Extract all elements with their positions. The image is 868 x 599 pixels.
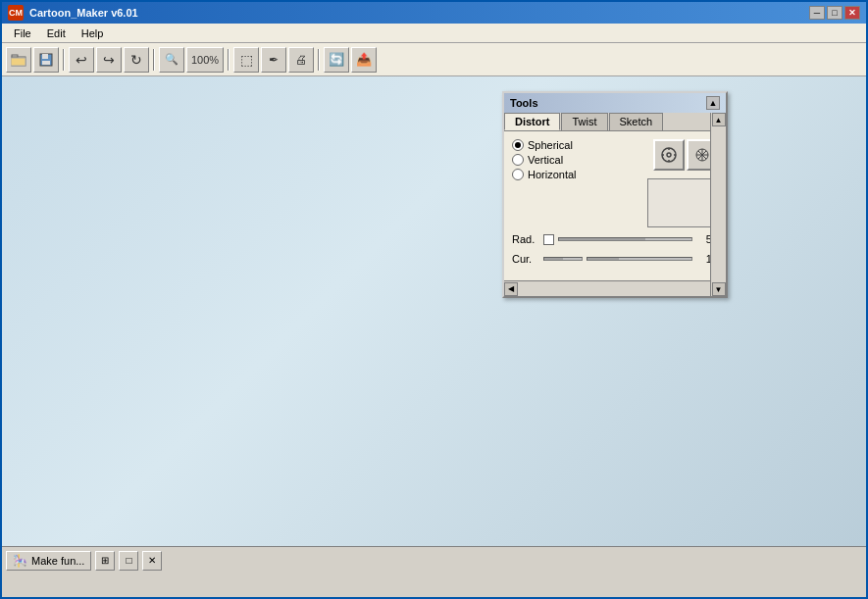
redo-button[interactable]: ↪ (96, 47, 122, 73)
distort-options: Spherical Vertical Horizontal (512, 139, 577, 229)
tools-header: Tools ▲ (504, 93, 726, 113)
status-btn2[interactable]: □ (119, 551, 138, 571)
app-title: Cartoon_Maker v6.01 (29, 7, 809, 19)
vscroll-track[interactable] (712, 126, 726, 282)
tools-vscrollbar: ▲ ▼ (710, 113, 726, 296)
menu-bar: File Edit Help (2, 24, 866, 43)
tab-sketch[interactable]: Sketch (609, 113, 664, 130)
right-controls (585, 139, 718, 233)
tools-scroll-up[interactable]: ▲ (706, 96, 720, 110)
radius-checkbox[interactable] (543, 234, 554, 245)
label-vertical: Vertical (528, 154, 563, 166)
sep2 (153, 49, 155, 71)
hscroll-left[interactable]: ◀ (504, 282, 518, 296)
close-button[interactable]: ✕ (844, 6, 860, 20)
tools-inner: Distort Twist Sketch Spherical (504, 113, 726, 296)
svg-rect-5 (42, 61, 50, 65)
maximize-button[interactable]: □ (827, 6, 842, 20)
radius-row: Rad. 50 (512, 233, 718, 245)
radius-label: Rad. (512, 233, 539, 245)
tab-twist[interactable]: Twist (561, 113, 607, 130)
svg-point-6 (662, 148, 676, 162)
tab-distort[interactable]: Distort (504, 113, 560, 130)
preview-box (647, 178, 718, 227)
radio-spherical[interactable] (512, 139, 524, 151)
curvature-track2[interactable] (587, 257, 692, 261)
make-fun-icon: 🎠 (13, 554, 27, 568)
open-button[interactable] (6, 47, 31, 73)
content-row: Spherical Vertical Horizontal (512, 139, 718, 233)
minimize-button[interactable]: ─ (809, 6, 825, 20)
radio-horizontal[interactable] (512, 169, 524, 180)
radius-fill (559, 238, 645, 240)
status-btn3[interactable]: ✕ (142, 551, 162, 571)
label-spherical: Spherical (528, 139, 573, 151)
radio-vertical[interactable] (512, 154, 524, 166)
toolbar: ↩ ↪ ↻ 🔍 100% ⬚ ✒ 🖨 🔄 📤 (2, 43, 866, 76)
tools-main: Distort Twist Sketch Spherical (504, 113, 726, 296)
menu-file[interactable]: File (6, 25, 39, 41)
vscroll-up[interactable]: ▲ (712, 113, 726, 126)
select-button[interactable]: ⬚ (233, 47, 259, 73)
zoom-level-display[interactable]: 100% (186, 47, 224, 73)
tools-tabs: Distort Twist Sketch (504, 113, 726, 131)
undo-button[interactable]: ↩ (69, 47, 94, 73)
option-vertical[interactable]: Vertical (512, 154, 577, 166)
hscroll-track[interactable] (518, 282, 712, 296)
curvature-track1[interactable] (543, 257, 583, 261)
vscroll-down[interactable]: ▼ (712, 282, 726, 296)
content-area: Tools ▲ Distort Twist Sketch (2, 76, 866, 574)
sep1 (63, 49, 65, 71)
option-spherical[interactable]: Spherical (512, 139, 577, 151)
radius-track[interactable] (558, 237, 692, 241)
export-button[interactable]: 📤 (351, 47, 377, 73)
canvas-area[interactable] (2, 76, 866, 574)
tools-content: Spherical Vertical Horizontal (504, 131, 726, 280)
status-bar: 🎠 Make fun... ⊞ □ ✕ (2, 546, 866, 574)
svg-rect-4 (42, 54, 48, 59)
status-btn1[interactable]: ⊞ (95, 551, 115, 571)
svg-rect-2 (11, 58, 26, 66)
zoom-in-button[interactable]: 🔍 (159, 47, 184, 73)
svg-point-7 (667, 153, 671, 157)
make-fun-button[interactable]: 🎠 Make fun... (6, 551, 91, 571)
title-bar: CM Cartoon_Maker v6.01 ─ □ ✕ (2, 2, 866, 24)
curvature-row: Cur. 15 (512, 253, 718, 265)
menu-help[interactable]: Help (74, 25, 112, 41)
tools-title: Tools (510, 97, 538, 109)
curvature-label: Cur. (512, 253, 539, 265)
option-horizontal[interactable]: Horizontal (512, 169, 577, 180)
sep4 (318, 49, 320, 71)
icon-buttons (653, 139, 718, 171)
tools-hscrollbar: ◀ ▶ (504, 280, 726, 296)
print-button[interactable]: 🖨 (288, 47, 314, 73)
update-button[interactable]: 🔄 (324, 47, 349, 73)
menu-edit[interactable]: Edit (39, 25, 74, 41)
make-fun-label: Make fun... (31, 555, 84, 567)
app-icon: CM (8, 5, 24, 21)
window-controls: ─ □ ✕ (809, 6, 860, 20)
refresh-button[interactable]: ↻ (124, 47, 149, 73)
label-horizontal: Horizontal (528, 169, 577, 180)
pen-button[interactable]: ✒ (261, 47, 286, 73)
tools-panel: Tools ▲ Distort Twist Sketch (502, 91, 728, 298)
save-button[interactable] (33, 47, 59, 73)
sep3 (228, 49, 230, 71)
distort-icon-btn1[interactable] (653, 139, 685, 171)
